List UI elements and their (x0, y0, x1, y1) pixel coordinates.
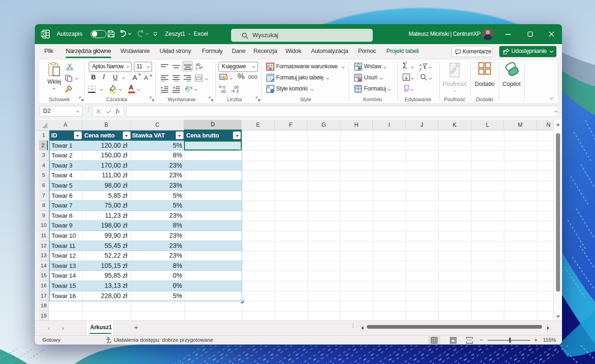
svg-text:c: c (196, 66, 198, 70)
svg-text:A: A (144, 74, 148, 81)
svg-text:0: 0 (237, 89, 239, 94)
svg-text:Z: Z (419, 67, 422, 71)
svg-text:A: A (132, 73, 137, 81)
svg-text:X: X (42, 32, 45, 37)
svg-text:,00: ,00 (220, 89, 226, 94)
